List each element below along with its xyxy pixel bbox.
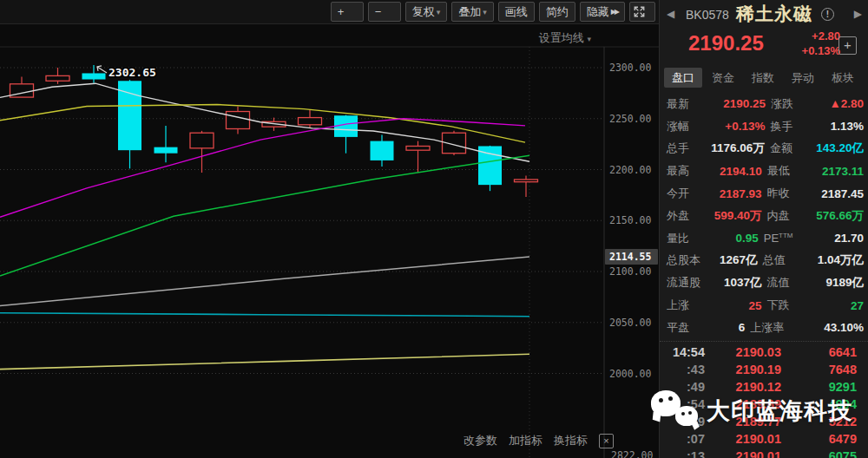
quote-value: 1.04万亿 [808, 252, 868, 268]
quote-value: 1176.06万 [710, 141, 765, 156]
quote-row: 总手1176.06万金额143.20亿 [660, 138, 868, 160]
ma-teal-long [0, 313, 529, 317]
tick-row[interactable]: :432190.197648 [660, 361, 868, 378]
quote-value: 2187.93 [710, 187, 762, 200]
svg-text:2100.00: 2100.00 [609, 265, 652, 278]
quote-label: 流值 [766, 275, 812, 291]
quote-row: 今开2187.93昨收2187.45 [660, 182, 868, 205]
tick-time: :07 [660, 432, 705, 446]
ma-gray-long [0, 257, 529, 306]
toolbar-button-overlay[interactable]: 叠加▾ [451, 2, 494, 22]
quote-value: 1037亿 [710, 275, 762, 291]
tick-volume: 9291 [781, 380, 868, 394]
change-params-button[interactable]: 改参数 [464, 433, 497, 448]
quote-value: 2187.45 [812, 187, 868, 200]
last-price: 2190.25 [688, 31, 764, 56]
price-row: 2190.25 +2.80 +0.13% + [660, 26, 868, 66]
tick-row[interactable]: :492190.129291 [660, 378, 868, 396]
add-to-watchlist-button[interactable]: + [838, 36, 857, 55]
toolbar-button-zoom-in[interactable]: + [331, 2, 364, 22]
tick-price: 2189.77 [705, 415, 781, 429]
tick-price: 2189.69 [705, 397, 781, 411]
quote-row: 外盘599.40万内盘576.66万 [660, 205, 868, 227]
chevron-down-icon: ▾ [437, 3, 441, 21]
quote-label: 上涨率 [748, 320, 795, 336]
info-icon[interactable]: ! [821, 8, 834, 21]
prev-stock-arrow-icon[interactable]: ◀ [667, 8, 674, 20]
svg-text:2150.00: 2150.00 [609, 214, 652, 226]
tick-row[interactable]: :542189.694994 [660, 396, 868, 413]
ma-green [0, 155, 529, 276]
quote-label: 涨跌 [769, 96, 816, 112]
tick-price: 2190.19 [705, 363, 781, 376]
svg-text:2822.00: 2822.00 [611, 449, 654, 458]
tab-0[interactable]: 盘口 [664, 68, 702, 88]
tab-2[interactable]: 指数 [744, 68, 782, 88]
tick-volume: 6075 [781, 449, 868, 458]
tick-price: 2190.12 [705, 380, 781, 394]
toolbar-button-adjust[interactable]: 复权▾ [405, 2, 448, 22]
close-icon[interactable]: × [599, 434, 614, 448]
quote-label: 流通股 [660, 275, 710, 291]
quote-value: 43.10% [795, 321, 868, 334]
tick-row[interactable]: :132190.016075 [660, 448, 868, 458]
tick-row[interactable]: :592189.775212 [660, 413, 868, 430]
quote-label: 量比 [660, 231, 710, 246]
quote-value: 1.13% [815, 120, 868, 133]
quote-label: 总手 [660, 141, 710, 156]
tick-time: :54 [660, 397, 705, 411]
panel-tabs: 盘口资金指数异动板块 [660, 66, 868, 90]
quote-panel: ◀ BK0578 稀土永磁 ! ▶ 2190.25 +2.80 +0.13% +… [660, 0, 868, 458]
toolbar-button-hide[interactable]: 隐藏▶▶ [580, 2, 625, 22]
quote-row: 上涨25下跌27 [660, 294, 868, 317]
chart-bottom-toolbar: 改参数 加指标 换指标 × [464, 433, 614, 448]
tick-volume: 4994 [781, 397, 868, 411]
quote-row: 最新2190.25涨跌▲2.80 [660, 93, 868, 115]
toolbar-button-simple-mode[interactable]: 简约 [539, 2, 575, 22]
switch-indicator-button[interactable]: 换指标 [554, 433, 588, 448]
add-indicator-button[interactable]: 加指标 [509, 433, 542, 448]
change-percent: +0.13% [802, 44, 840, 57]
tick-price: 2190.01 [705, 449, 781, 458]
quote-label: 下跌 [766, 298, 812, 313]
tab-3[interactable]: 异动 [784, 68, 822, 88]
quote-row: 平盘6上涨率43.10% [660, 317, 868, 339]
quote-value: +0.13% [710, 120, 765, 133]
tab-4[interactable]: 板块 [824, 68, 862, 88]
next-stock-arrow-icon[interactable]: ▶ [854, 8, 862, 20]
candlestick-chart[interactable]: 2302.652300.002250.002200.002150.002100.… [0, 24, 659, 458]
quote-value: 2173.11 [812, 165, 868, 178]
svg-text:2200.00: 2200.00 [609, 164, 652, 176]
tick-time: :49 [660, 380, 705, 394]
quote-row: 量比0.95PETTM21.70 [660, 227, 868, 250]
tick-volume: 5212 [781, 415, 868, 429]
quote-value: 1267亿 [710, 252, 758, 268]
quote-row: 流通股1037亿流值9189亿 [660, 272, 868, 294]
chevron-down-icon: ▾ [483, 3, 487, 21]
quote-label: 金额 [768, 141, 815, 156]
tick-time: 14:54 [660, 345, 705, 359]
tick-row[interactable]: 14:542190.036641 [660, 344, 868, 361]
quote-label: 今开 [660, 186, 710, 201]
toolbar-button-zoom-out[interactable]: − [368, 2, 401, 22]
tick-row[interactable]: :072190.016479 [660, 430, 868, 448]
change-value: +2.80 [812, 29, 840, 43]
double-arrow-icon: ▶▶ [611, 3, 618, 21]
tick-price: 2190.03 [705, 345, 781, 359]
quote-label: 上涨 [660, 298, 710, 313]
tick-time: :59 [660, 415, 705, 429]
tick-time: :43 [660, 363, 705, 376]
tick-volume: 6479 [781, 432, 868, 446]
quote-label: 平盘 [660, 320, 710, 336]
tick-volume: 6641 [781, 345, 868, 359]
svg-text:2114.55: 2114.55 [609, 251, 652, 263]
toolbar-button-fullscreen[interactable] [629, 2, 655, 22]
tab-1[interactable]: 资金 [704, 68, 742, 88]
tick-list: 14:542190.036641:432190.197648:492190.12… [660, 342, 868, 458]
quote-label: 最低 [766, 163, 812, 179]
quote-label: 总股本 [660, 252, 710, 268]
toolbar-button-draw-line[interactable]: 画线 [498, 2, 535, 22]
quote-value: 6 [710, 321, 745, 334]
quote-value: 0.95 [710, 232, 759, 245]
svg-text:2250.00: 2250.00 [609, 113, 652, 125]
